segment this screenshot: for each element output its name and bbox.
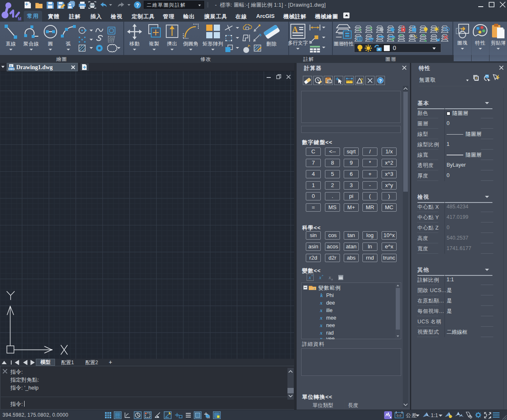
- svg-text:變數範例: 變數範例: [318, 285, 341, 291]
- svg-text:+: +: [322, 274, 324, 278]
- svg-text:vee: vee: [326, 336, 335, 339]
- svg-text:M: M: [18, 17, 21, 21]
- svg-text:x: x: [313, 286, 315, 290]
- svg-text:0.0: 0.0: [397, 414, 402, 418]
- svg-text:x: x: [308, 275, 311, 280]
- svg-text:x: x: [320, 330, 322, 336]
- svg-text:nee: nee: [326, 322, 335, 328]
- svg-text:x: x: [320, 336, 322, 339]
- svg-text:x: x: [320, 300, 322, 306]
- svg-text:公差: 公差: [406, 412, 417, 418]
- svg-text:+: +: [311, 274, 313, 278]
- svg-text:x: x: [320, 315, 322, 321]
- svg-text:x: x: [328, 275, 331, 280]
- svg-text:ille: ille: [326, 308, 332, 313]
- svg-text:1:1: 1:1: [431, 412, 438, 418]
- svg-text:rad: rad: [326, 330, 334, 336]
- svg-text:x: x: [319, 275, 322, 280]
- svg-text:x: x: [320, 322, 322, 328]
- svg-text:dee: dee: [326, 300, 335, 306]
- svg-text:DWG: DWG: [8, 68, 15, 70]
- svg-text:k: k: [320, 292, 323, 298]
- svg-text:?: ?: [136, 2, 139, 8]
- svg-text:Phi: Phi: [326, 292, 334, 298]
- svg-text:?: ?: [379, 78, 382, 83]
- svg-text:x: x: [331, 278, 333, 281]
- svg-text:mee: mee: [326, 315, 336, 321]
- svg-text:x: x: [320, 308, 322, 313]
